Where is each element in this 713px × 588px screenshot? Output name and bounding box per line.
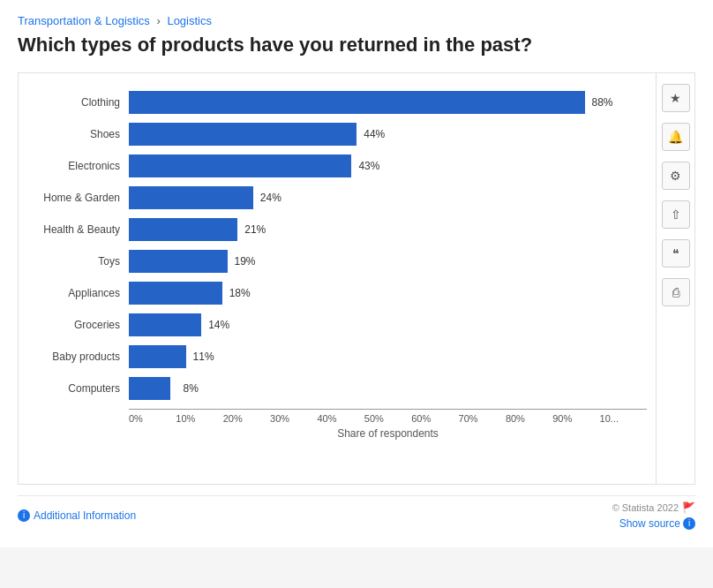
x-tick: 30% [270, 413, 317, 424]
breadcrumb-parent[interactable]: Transportation & Logistics [18, 14, 150, 27]
bar-track: 24% [129, 186, 647, 209]
bar-label: Home & Garden [36, 192, 129, 204]
source-info-icon: i [683, 517, 695, 530]
star-icon[interactable]: ★ [662, 84, 690, 112]
copyright-text: © Statista 2022 [612, 502, 679, 513]
bar-label: Toys [36, 255, 129, 268]
bar-value-label: 24% [260, 192, 281, 204]
bar-fill: 43% [129, 155, 351, 177]
bar-fill: 18% [129, 282, 222, 305]
page-title: Which types of products have you returne… [18, 33, 695, 58]
bar-row: Baby products11% [36, 345, 647, 368]
bar-fill: 8% [129, 377, 170, 400]
x-tick: 50% [364, 413, 411, 424]
bar-chart: Clothing88%Shoes44%Electronics43%Home & … [36, 91, 647, 400]
bar-label: Clothing [36, 96, 129, 109]
gear-icon[interactable]: ⚙ [662, 162, 690, 190]
x-tick: 90% [552, 413, 599, 424]
bar-row: Appliances18% [36, 282, 647, 305]
bar-row: Shoes44% [36, 123, 647, 146]
bar-track: 43% [129, 155, 647, 177]
breadcrumb-separator: › [156, 14, 160, 27]
x-tick: 10% [176, 413, 222, 424]
bar-track: 19% [129, 250, 647, 273]
flag-icon: 🚩 [682, 501, 695, 514]
bar-label: Computers [36, 382, 129, 395]
info-icon: i [18, 509, 30, 522]
bar-fill: 19% [129, 250, 228, 273]
bar-track: 18% [129, 282, 647, 305]
bar-label: Baby products [36, 351, 129, 363]
show-source-link[interactable]: Show source i [619, 517, 695, 530]
footer-area: i Additional Information © Statista 2022… [18, 495, 695, 530]
page-wrapper: Transportation & Logistics › Logistics W… [0, 0, 713, 547]
x-tick: 60% [411, 413, 458, 424]
bar-row: Toys19% [36, 250, 647, 273]
bar-value-label: 8% [184, 382, 199, 395]
additional-info-link[interactable]: i Additional Information [18, 509, 136, 522]
x-tick: 70% [459, 413, 506, 424]
bar-row: Electronics43% [36, 155, 647, 177]
bar-value-label: 11% [193, 351, 214, 363]
sidebar-icons: ★🔔⚙⇧❝⎙ [656, 73, 694, 484]
bar-fill: 88% [129, 91, 585, 114]
x-tick: 40% [317, 413, 364, 424]
bar-track: 8% [129, 377, 647, 400]
additional-info-label: Additional Information [34, 509, 136, 522]
bell-icon[interactable]: 🔔 [662, 123, 690, 151]
bar-label: Appliances [36, 287, 129, 299]
x-tick: 20% [223, 413, 270, 424]
bar-value-label: 14% [208, 319, 229, 331]
bar-value-label: 18% [229, 287, 251, 299]
quote-icon[interactable]: ❝ [662, 239, 690, 268]
chart-container: Clothing88%Shoes44%Electronics43%Home & … [19, 73, 656, 484]
x-tick: 80% [506, 413, 552, 424]
breadcrumb: Transportation & Logistics › Logistics [18, 14, 695, 27]
x-axis-label: Share of respondents [129, 427, 647, 440]
bar-row: Home & Garden24% [36, 186, 647, 209]
bar-value-label: 21% [244, 223, 266, 236]
bar-label: Groceries [36, 319, 129, 331]
x-tick: 0% [129, 413, 176, 424]
bar-row: Clothing88% [36, 91, 647, 114]
copyright: © Statista 2022 🚩 [612, 501, 695, 514]
print-icon[interactable]: ⎙ [662, 278, 690, 306]
bar-track: 88% [129, 91, 647, 114]
footer-right: © Statista 2022 🚩 Show source i [612, 501, 695, 530]
breadcrumb-current[interactable]: Logistics [167, 14, 212, 27]
bar-row: Health & Beauty21% [36, 218, 647, 241]
x-tick: 10... [600, 413, 647, 424]
bar-value-label: 19% [234, 255, 255, 268]
bar-label: Shoes [36, 128, 129, 140]
bar-row: Groceries14% [36, 313, 647, 336]
bar-label: Electronics [36, 160, 129, 172]
share-icon[interactable]: ⇧ [662, 200, 690, 229]
bar-track: 14% [129, 313, 647, 336]
bar-fill: 24% [129, 186, 253, 209]
chart-area: Clothing88%Shoes44%Electronics43%Home & … [18, 72, 695, 485]
bar-value-label: 43% [358, 160, 379, 172]
bar-label: Health & Beauty [36, 223, 129, 236]
bar-track: 21% [129, 218, 647, 241]
bar-row: Computers8% [36, 377, 647, 400]
bar-value-label: 88% [592, 96, 613, 109]
bar-track: 44% [129, 123, 647, 146]
bar-fill: 44% [129, 123, 356, 146]
x-axis: 0%10%20%30%40%50%60%70%80%90%10... [129, 409, 647, 424]
bar-value-label: 44% [364, 128, 385, 140]
bar-track: 11% [129, 345, 647, 368]
bar-fill: 14% [129, 313, 201, 336]
show-source-label: Show source [619, 517, 680, 530]
bar-fill: 11% [129, 345, 186, 368]
bar-fill: 21% [129, 218, 237, 241]
